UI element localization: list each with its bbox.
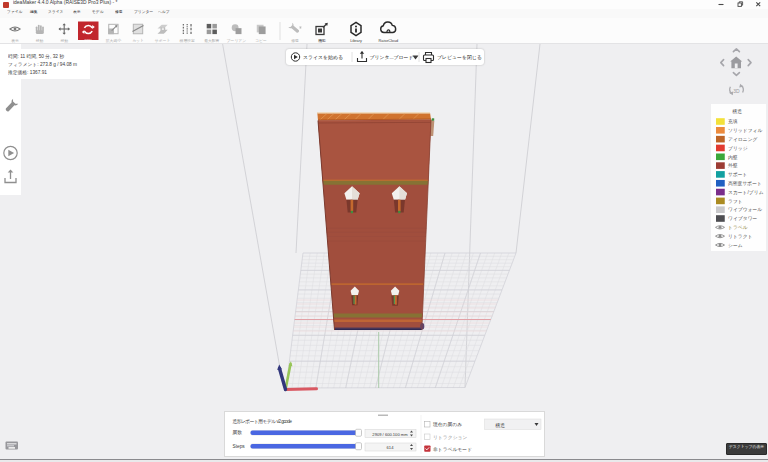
svg-text:シーム: シーム: [728, 242, 743, 247]
svg-text:最大配置: 最大配置: [204, 38, 219, 43]
svg-text:移動: 移動: [36, 38, 44, 43]
svg-text:ラフト: ラフト: [728, 198, 743, 203]
svg-text:RaiseCloud: RaiseCloud: [379, 39, 399, 43]
svg-text:614: 614: [387, 445, 395, 450]
svg-text:回転: 回転: [85, 39, 93, 43]
svg-text:ブーリアン: ブーリアン: [227, 38, 246, 43]
svg-text:拡大縮小: 拡大縮小: [106, 38, 121, 43]
svg-text:Library: Library: [350, 39, 362, 43]
svg-text:プリンタ...プロード: プリンタ...プロード: [370, 55, 414, 60]
svg-text:カット: カット: [132, 38, 144, 43]
svg-text:構造: 構造: [495, 423, 506, 428]
svg-text:3D: 3D: [733, 88, 740, 94]
svg-text:高密度サポート: 高密度サポート: [728, 179, 762, 186]
svg-text:構造: 構造: [731, 108, 742, 113]
svg-text:ワイプタワー: ワイプタワー: [728, 216, 758, 221]
svg-text:サポート: サポート: [155, 38, 170, 43]
svg-text:2909 / 600.100 mm: 2909 / 600.100 mm: [372, 432, 408, 437]
svg-text:サポート: サポート: [728, 172, 748, 177]
svg-text:機能: 機能: [318, 38, 326, 43]
svg-text:移動: 移動: [60, 38, 68, 43]
svg-text:ソリッドフィル: ソリッドフィル: [728, 128, 762, 134]
svg-text:ブリッジ: ブリッジ: [728, 144, 748, 150]
svg-text:コピー: コピー: [255, 39, 267, 43]
svg-text:造形レポート用モデル v2.gcode: 造形レポート用モデル v2.gcode: [233, 419, 293, 425]
svg-text:修復: 修復: [291, 38, 299, 43]
svg-text:トラベル: トラベル: [728, 225, 748, 230]
svg-text:層数: 層数: [233, 429, 243, 436]
svg-text:プレビューを閉じる: プレビューを閉じる: [437, 55, 482, 61]
svg-text:スライスを始める: スライスを始める: [303, 54, 343, 61]
svg-text:現在の層のみ: 現在の層のみ: [432, 421, 462, 428]
svg-text:リトラクト: リトラクト: [728, 233, 753, 238]
svg-text:リトラクション: リトラクション: [433, 435, 467, 440]
svg-text:外壁: 外壁: [728, 162, 738, 169]
svg-text:充填: 充填: [728, 118, 738, 125]
svg-text:非トラベルモード: 非トラベルモード: [433, 447, 472, 452]
svg-text:ワイプウォール: ワイプウォール: [728, 207, 762, 212]
svg-text:内壁: 内壁: [728, 153, 738, 160]
svg-text:表示: 表示: [11, 38, 19, 43]
svg-text:積層設定: 積層設定: [180, 38, 195, 43]
svg-text:アイロニング: アイロニング: [728, 136, 758, 141]
svg-text:スカート/ブリム: スカート/ブリム: [728, 188, 764, 195]
svg-text:Steps: Steps: [233, 444, 246, 449]
